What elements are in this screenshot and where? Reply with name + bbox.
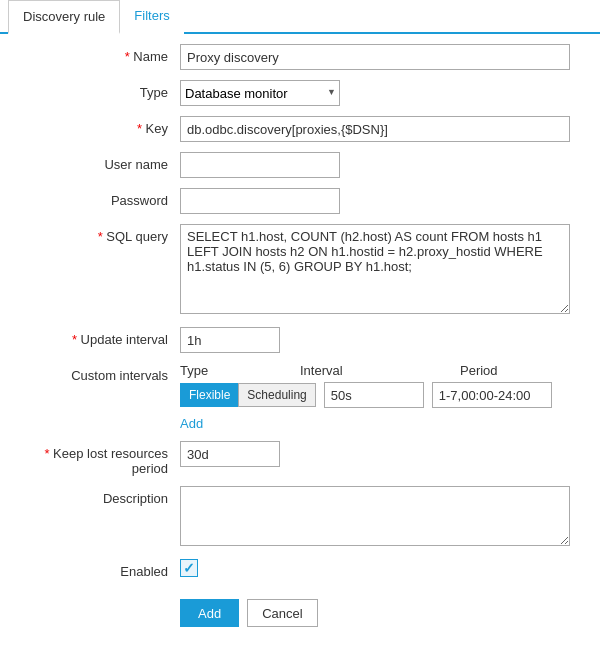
description-control	[180, 486, 580, 549]
type-control: Database monitor Zabbix agent SNMP JMX	[180, 80, 580, 106]
custom-intervals-label: Custom intervals	[20, 363, 180, 383]
key-row: Key	[20, 116, 580, 142]
description-input[interactable]	[180, 486, 570, 546]
footer-buttons: Add Cancel	[180, 589, 580, 627]
tab-discovery-rule[interactable]: Discovery rule	[8, 0, 120, 34]
tab-discovery-rule-label: Discovery rule	[23, 9, 105, 24]
name-label: Name	[20, 44, 180, 64]
password-row: Password	[20, 188, 580, 214]
type-select[interactable]: Database monitor Zabbix agent SNMP JMX	[180, 80, 340, 106]
custom-intervals-row: Custom intervals Type Interval Period Fl…	[20, 363, 580, 431]
ci-add-link[interactable]: Add	[180, 416, 203, 431]
form-container: Name Type Database monitor Zabbix agent …	[0, 34, 600, 647]
toggle-group: Flexible Scheduling	[180, 383, 316, 407]
username-control	[180, 152, 580, 178]
username-label: User name	[20, 152, 180, 172]
enabled-checkbox-wrapper[interactable]: ✓	[180, 559, 198, 577]
type-select-wrapper: Database monitor Zabbix agent SNMP JMX	[180, 80, 340, 106]
keep-lost-control	[180, 441, 580, 467]
password-input[interactable]	[180, 188, 340, 214]
add-button[interactable]: Add	[180, 599, 239, 627]
update-interval-input[interactable]	[180, 327, 280, 353]
key-control	[180, 116, 580, 142]
sql-query-label: SQL query	[20, 224, 180, 244]
password-control	[180, 188, 580, 214]
enabled-row: Enabled ✓	[20, 559, 580, 579]
tab-filters[interactable]: Filters	[120, 0, 183, 34]
enabled-label: Enabled	[20, 559, 180, 579]
name-input[interactable]	[180, 44, 570, 70]
name-control	[180, 44, 580, 70]
sql-query-control: SELECT h1.host, COUNT (h2.host) AS count…	[180, 224, 580, 317]
ci-header-type: Type	[180, 363, 300, 378]
sql-query-input[interactable]: SELECT h1.host, COUNT (h2.host) AS count…	[180, 224, 570, 314]
ci-row-1: Flexible Scheduling	[180, 382, 580, 408]
sql-query-row: SQL query SELECT h1.host, COUNT (h2.host…	[20, 224, 580, 317]
custom-intervals-block: Type Interval Period Flexible Scheduling…	[180, 363, 580, 431]
update-interval-row: Update interval	[20, 327, 580, 353]
ci-headers: Type Interval Period	[180, 363, 580, 378]
enabled-checkmark: ✓	[183, 560, 195, 576]
ci-header-period: Period	[460, 363, 580, 378]
name-row: Name	[20, 44, 580, 70]
username-input[interactable]	[180, 152, 340, 178]
key-input[interactable]	[180, 116, 570, 142]
cancel-button[interactable]: Cancel	[247, 599, 317, 627]
keep-lost-input[interactable]	[180, 441, 280, 467]
enabled-control: ✓	[180, 559, 580, 577]
key-label: Key	[20, 116, 180, 136]
tab-filters-label: Filters	[134, 8, 169, 23]
update-interval-control	[180, 327, 580, 353]
username-row: User name	[20, 152, 580, 178]
type-row: Type Database monitor Zabbix agent SNMP …	[20, 80, 580, 106]
ci-period-input[interactable]	[432, 382, 552, 408]
type-label: Type	[20, 80, 180, 100]
update-interval-label: Update interval	[20, 327, 180, 347]
toggle-scheduling[interactable]: Scheduling	[238, 383, 315, 407]
description-row: Description	[20, 486, 580, 549]
ci-interval-input[interactable]	[324, 382, 424, 408]
password-label: Password	[20, 188, 180, 208]
description-label: Description	[20, 486, 180, 506]
tab-bar: Discovery rule Filters	[0, 0, 600, 34]
ci-header-interval: Interval	[300, 363, 460, 378]
keep-lost-row: Keep lost resources period	[20, 441, 580, 476]
toggle-flexible[interactable]: Flexible	[180, 383, 238, 407]
keep-lost-label: Keep lost resources period	[20, 441, 180, 476]
